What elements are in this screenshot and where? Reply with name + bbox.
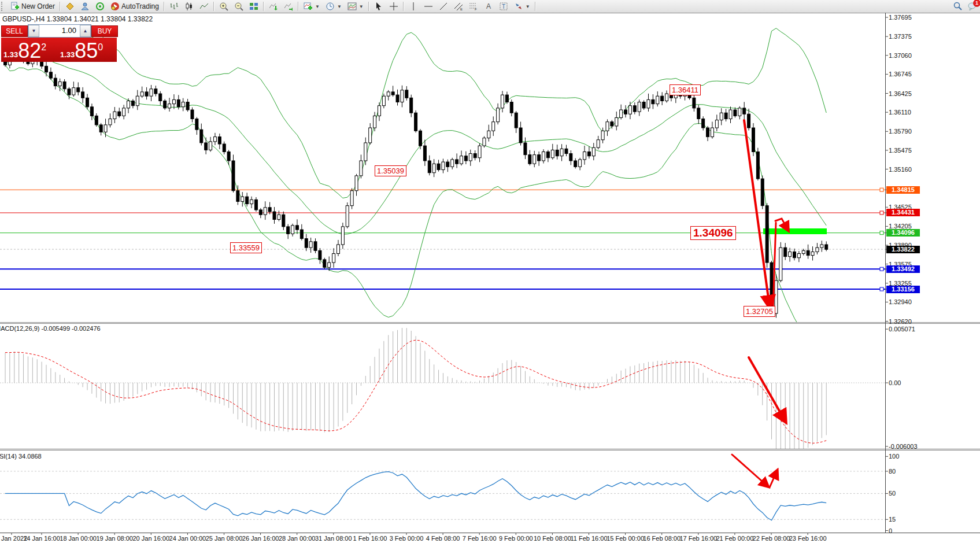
buy-price-display[interactable]: 1.33850 [58,38,117,62]
toolbar-grip[interactable] [1,2,6,11]
time-axis-label: 11 Feb 16:00 [570,535,607,542]
zoom-out-icon [234,2,243,11]
volume-value[interactable]: 1.00 [39,25,80,37]
volume-stepper[interactable]: ▼ 1.00 ▲ [28,24,91,38]
time-axis-label: 16 Feb 08:00 [643,535,681,542]
buy-button[interactable]: BUY [91,25,118,37]
buy-price-main: 85 [75,41,98,61]
time-axis-label: 18 Jan 00:00 [60,535,97,542]
cursor-icon [374,2,383,11]
toolbar: New Order AutoTrading ▼ ▼ ▼ E [0,0,980,13]
autotrading-button[interactable]: AutoTrading [108,0,162,13]
volume-up-button[interactable]: ▲ [80,25,91,37]
sell-price-prefix: 1.33 [3,50,18,59]
macd-axis-label: -0.006003 [889,443,918,450]
rsi-axis-label: 50 [889,490,896,497]
time-axis-label: 21 Feb 00:00 [716,535,753,542]
fibonacci-button[interactable]: F [466,0,481,13]
sell-button[interactable]: SELL [1,25,28,37]
new-order-icon [10,2,20,11]
price-annotation: 1.35039 [375,165,406,176]
price-annotation: 1.36411 [670,84,701,95]
expert-advisors-icon [95,2,105,11]
arrows-button[interactable]: ▼ [511,0,533,13]
chart-workspace: GBPUSD-,H4 1.33804 1.34021 1.33804 1.338… [0,13,980,543]
caret-icon: ▼ [359,4,364,9]
time-axis-label: 28 Jan 00:00 [279,535,316,542]
crosshair-icon [389,2,398,11]
candlestick-chart-button[interactable] [182,0,197,13]
price-tag: 1.33822 [886,246,920,253]
rsi-value: 34.0868 [19,453,42,460]
horizontal-line-button[interactable] [421,0,436,13]
zoom-in-button[interactable] [216,0,231,13]
zoom-in-icon [219,2,228,11]
price-chart-canvas[interactable] [0,13,980,543]
rsi-axis-label: 15 [889,516,896,523]
trendline-icon [439,2,448,11]
macd-label: MACD(12,26,9) -0.005499 -0.002476 [0,325,101,332]
line-chart-icon [199,2,209,11]
volume-down-button[interactable]: ▼ [28,25,39,37]
text-label-icon: T [499,2,508,11]
time-axis-label: 26 Jan 16:00 [242,535,279,542]
chart-title: GBPUSD-,H4 1.33804 1.34021 1.33804 1.338… [2,15,153,23]
mt4-terminal: New Order AutoTrading ▼ ▼ ▼ E [0,0,980,543]
templates-button[interactable]: ▼ [345,0,367,13]
auto-scroll-button[interactable] [266,0,281,13]
axis-price-label: 1.32940 [889,298,912,305]
market-watch-button[interactable] [77,0,93,13]
auto-scroll-icon [269,2,278,11]
search-icon[interactable] [953,2,963,11]
rsi-axis-label: 80 [889,468,896,475]
axis-price-label: 1.37060 [889,52,912,59]
cursor-button[interactable] [371,0,386,13]
text-button[interactable]: A [481,0,496,13]
caret-icon: ▼ [337,4,342,9]
bar-chart-button[interactable] [167,0,182,13]
time-axis-label: 3 Feb 00:00 [390,535,424,542]
time-axis-label: 20 Jan 16:00 [132,535,169,542]
periods-button[interactable]: ▼ [323,0,345,13]
time-axis-label: 14 Jan 16:00 [23,535,60,542]
separator [213,2,215,11]
vertical-line-button[interactable] [406,0,421,13]
chart-shift-button[interactable] [281,0,296,13]
notifications-button[interactable]: 1 [967,2,977,11]
svg-text:F: F [475,8,477,11]
rsi-axis-label: 100 [889,453,899,460]
macd-axis-label: 0.005071 [889,326,915,333]
time-axis-label: 31 Jan 08:00 [315,535,352,542]
axis-price-label: 1.32620 [889,318,912,325]
time-axis-label: 10 Feb 08:00 [534,535,571,542]
separator [535,2,536,11]
profiles-button[interactable] [62,0,77,13]
new-chart-button[interactable]: ▼ [301,0,323,13]
svg-text:T: T [502,3,505,10]
time-axis-label: 7 Feb 16:00 [463,535,497,542]
rsi-name: RSI(14) [0,453,17,460]
price-tag: 1.33156 [886,286,920,293]
equidistant-channel-button[interactable]: E [451,0,466,13]
separator [403,2,404,11]
horizontal-line-icon [424,2,433,11]
zoom-out-button[interactable] [231,0,246,13]
axis-price-label: 1.37695 [889,14,912,21]
sell-price-display[interactable]: 1.33822 [1,38,58,62]
sell-price-main: 82 [18,41,41,61]
line-chart-button[interactable] [197,0,212,13]
trendline-button[interactable] [436,0,451,13]
axis-price-label: 1.37375 [889,33,912,40]
buy-price-prefix: 1.33 [60,50,75,59]
expert-advisors-button[interactable] [93,0,108,13]
text-label-button[interactable]: T [496,0,511,13]
caret-icon: ▼ [315,4,320,9]
separator [60,2,61,11]
axis-price-label: 1.36745 [889,71,912,77]
crosshair-button[interactable] [386,0,401,13]
market-watch-icon [80,2,90,11]
tile-windows-button[interactable] [246,0,261,13]
new-order-button[interactable]: New Order [8,0,58,13]
axis-price-label: 1.35160 [889,166,912,173]
price-annotation: 1.32705 [744,306,775,317]
